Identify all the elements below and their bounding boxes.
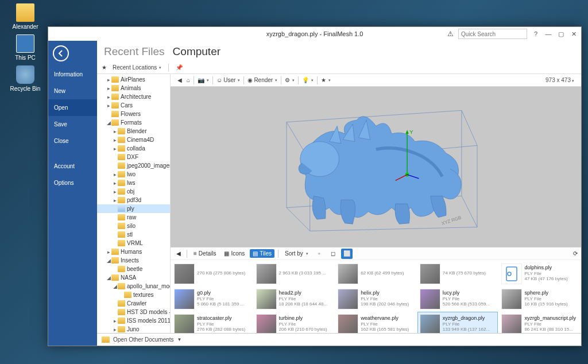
tree-item-crawler[interactable]: Crawler (97, 299, 170, 308)
tree-expand-icon[interactable]: ◢ (112, 284, 118, 289)
tree-expand-icon[interactable]: ▸ (106, 77, 111, 83)
file-tile[interactable]: sphere.plyPLY File16 KB (15 916 bytes) (499, 286, 580, 311)
nav-back-icon[interactable]: ◀ (174, 249, 183, 258)
folder-tree[interactable]: ▸AirPlanes▸Animals▸Architecture▸CarsFlow… (97, 74, 171, 333)
pin-icon[interactable]: 📌 (173, 63, 185, 72)
home-icon[interactable]: ⌂ (184, 76, 192, 84)
tree-expand-icon[interactable]: ◢ (106, 120, 111, 126)
file-tile[interactable]: weathervane.plyPLY File162 KB (165 581 b… (335, 312, 416, 333)
tree-item-jpeg2000-images[interactable]: jpeg2000_images (97, 161, 170, 170)
file-tile[interactable]: 270 KB (275 806 bytes) (172, 261, 253, 285)
tree-item-apollo-lunar-module[interactable]: ◢apollo_lunar_module (97, 282, 170, 291)
sidebar-item-options[interactable]: Options (48, 175, 97, 191)
tree-item-pdf3d[interactable]: ▸pdf3d (97, 196, 170, 204)
file-tile[interactable]: helix.plyPLY File198 KB (202 046 bytes) (335, 286, 416, 311)
tree-item-stl[interactable]: stl (97, 230, 170, 239)
tree-expand-icon[interactable]: ▸ (106, 86, 111, 91)
light-dropdown[interactable]: 💡 (300, 76, 316, 84)
favorite-dropdown[interactable]: ★ (319, 76, 333, 84)
tree-item-cars[interactable]: ▸Cars (97, 101, 170, 110)
tree-expand-icon[interactable]: ▸ (112, 198, 118, 203)
tree-item-silo[interactable]: silo (97, 222, 170, 230)
tree-expand-icon[interactable]: ▸ (106, 249, 111, 255)
tree-item-iss-models-2011[interactable]: ▸ISS models 2011 (97, 316, 170, 325)
thumb-size-1[interactable]: ▫ (314, 249, 325, 259)
tree-item-lwo[interactable]: ▸lwo (97, 170, 170, 179)
tree-item-flowers[interactable]: Flowers (97, 110, 170, 118)
file-tile[interactable]: 2 963 KB (3 033 195 ... (254, 261, 335, 285)
tree-expand-icon[interactable]: ▸ (112, 137, 118, 143)
file-tile[interactable]: head2.plyPLY File18 208 KB (18 644 48... (254, 286, 335, 311)
breadcrumb-computer[interactable]: Computer (173, 45, 220, 58)
tree-item-textures[interactable]: textures (97, 291, 170, 299)
tree-expand-icon[interactable]: ◢ (106, 275, 111, 281)
tree-item-blender[interactable]: ▸Blender (97, 127, 170, 135)
tree-expand-icon[interactable]: ▸ (112, 146, 118, 152)
tree-item-insects[interactable]: ◢Insects (97, 256, 170, 265)
close-button[interactable]: ✕ (570, 30, 578, 38)
tree-item-nasa[interactable]: ◢NASA (97, 273, 170, 282)
render-dropdown[interactable]: ◉ Render (245, 76, 280, 84)
tree-item-formats[interactable]: ◢Formats (97, 118, 170, 127)
thumb-size-3[interactable]: ⬜ (341, 249, 353, 259)
file-tile[interactable]: 62 KB (62 499 bytes) (335, 261, 416, 285)
view-details-button[interactable]: ≡ Details (191, 249, 219, 258)
refresh-icon[interactable]: ⟳ (573, 250, 578, 257)
recent-locations-dropdown[interactable]: Recent Locations (110, 63, 164, 72)
tree-item-dxf[interactable]: DXF (97, 153, 170, 161)
file-tile[interactable]: g0.plyPLY File5 060 KB (5 181 359 ... (172, 286, 253, 311)
tree-expand-icon[interactable]: ◢ (106, 258, 111, 264)
file-tile[interactable]: xyzrgb_manuscript.plyPLY File86 241 KB (… (499, 312, 580, 333)
tree-item-architecture[interactable]: ▸Architecture (97, 92, 170, 101)
tree-item-animals[interactable]: ▸Animals (97, 84, 170, 92)
tree-item-beetle[interactable]: beetle (97, 265, 170, 273)
help-button[interactable]: ? (532, 30, 540, 38)
tree-item-airplanes[interactable]: ▸AirPlanes (97, 75, 170, 84)
tree-item-hst-3d-models-3d-[interactable]: HST 3D models - 3D... (97, 308, 170, 316)
tree-item-collada[interactable]: ▸collada (97, 144, 170, 153)
desktop-icon-alexander[interactable]: Alexander (8, 3, 42, 30)
tree-item-lws[interactable]: ▸lws (97, 179, 170, 187)
file-tile[interactable]: turbine.plyPLY File206 KB (210 670 bytes… (254, 312, 335, 333)
sidebar-item-open[interactable]: Open (48, 99, 97, 116)
viewport-dims[interactable]: 973 x 473 (546, 77, 577, 83)
sidebar-item-close[interactable]: Close (48, 133, 97, 149)
sidebar-item-account[interactable]: Account (48, 158, 97, 175)
sidebar-item-information[interactable]: Information (48, 66, 97, 83)
tree-item-obj[interactable]: ▸obj (97, 187, 170, 196)
file-tile[interactable]: dolphins.plyPLY File47 KB (47 176 bytes) (499, 261, 580, 285)
open-other-docs[interactable]: Open Other Documents (113, 336, 174, 343)
tree-expand-icon[interactable]: ▸ (112, 189, 118, 195)
tree-expand-icon[interactable]: ▸ (112, 129, 118, 134)
nav-back-icon[interactable]: ◀ (175, 76, 184, 84)
thumb-size-2[interactable]: ◻ (327, 249, 339, 259)
user-dropdown[interactable]: ☺ User (214, 76, 242, 84)
tree-item-juno[interactable]: ▸Juno (97, 325, 170, 333)
tree-item-cinema4d[interactable]: ▸Cinema4D (97, 135, 170, 144)
desktop-icon-recyclebin[interactable]: Recycle Bin (8, 65, 42, 92)
sidebar-item-new[interactable]: New (48, 83, 97, 99)
tree-expand-icon[interactable]: ▸ (112, 327, 118, 332)
sidebar-item-save[interactable]: Save (48, 116, 97, 133)
file-grid[interactable]: 270 KB (275 806 bytes)2 963 KB (3 033 19… (171, 260, 581, 333)
tree-expand-icon[interactable]: ▸ (106, 103, 111, 109)
tree-item-humans[interactable]: ▸Humans (97, 247, 170, 256)
tree-item-ply[interactable]: ply (97, 204, 170, 213)
tree-item-raw[interactable]: raw (97, 213, 170, 222)
minimize-button[interactable]: — (544, 30, 552, 38)
tree-expand-icon[interactable]: ▸ (112, 180, 118, 186)
file-tile[interactable]: xyzrgb_dragon.plyPLY File133 949 KB (137… (417, 312, 498, 333)
tree-expand-icon[interactable]: ▸ (112, 172, 118, 177)
breadcrumb-recent[interactable]: Recent Files (104, 45, 165, 58)
3d-viewport[interactable]: Y XYZ RGB (171, 87, 581, 247)
file-tile[interactable]: lucy.plyPLY File520 566 KB (533 059... (417, 286, 498, 311)
search-input[interactable] (458, 29, 527, 39)
view-tiles-button[interactable]: ▤ Tiles (250, 249, 274, 258)
tree-expand-icon[interactable]: ▸ (112, 318, 118, 324)
back-button[interactable] (53, 45, 69, 61)
settings-dropdown[interactable]: ⚙ (283, 76, 297, 84)
desktop-icon-thispc[interactable]: This PC (8, 34, 42, 61)
file-tile[interactable]: stratocaster.plyPLY File276 KB (282 088 … (172, 312, 253, 333)
maximize-button[interactable]: ▢ (557, 30, 565, 38)
target-dropdown[interactable]: 📷 (195, 76, 211, 84)
